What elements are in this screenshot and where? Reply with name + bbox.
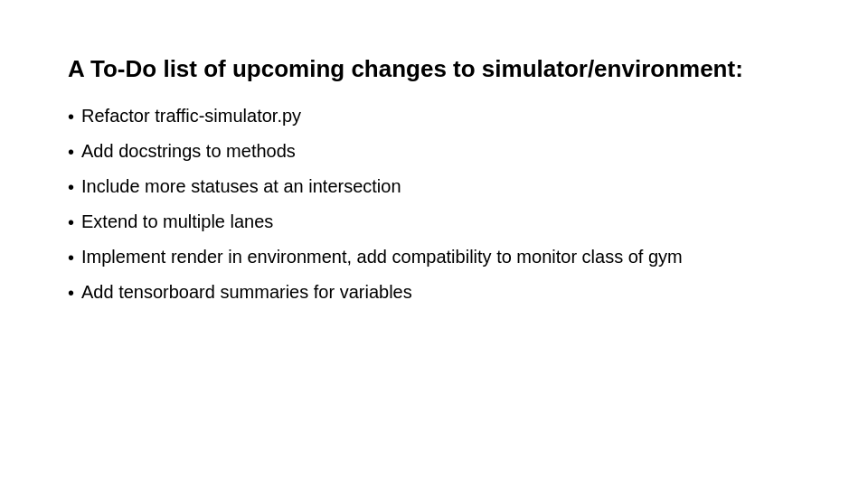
bullet-dot: • [68, 104, 74, 129]
bullet-dot: • [68, 139, 74, 164]
list-item: •Add tensorboard summaries for variables [68, 279, 800, 305]
bullet-dot: • [68, 174, 74, 200]
bullet-dot: • [68, 245, 74, 270]
list-item: •Include more statuses at an intersectio… [68, 174, 800, 200]
list-item: •Implement render in environment, add co… [68, 244, 800, 270]
bullet-list: •Refactor traffic-simulator.py•Add docst… [68, 103, 800, 305]
slide-container: A To-Do list of upcoming changes to simu… [0, 0, 868, 488]
bullet-text: Implement render in environment, add com… [81, 244, 800, 269]
bullet-dot: • [68, 280, 74, 305]
list-item: •Add docstrings to methods [68, 138, 800, 164]
bullet-text: Include more statuses at an intersection [81, 174, 800, 199]
bullet-text: Extend to multiple lanes [81, 209, 800, 234]
bullet-text: Add docstrings to methods [81, 138, 800, 164]
list-item: •Refactor traffic-simulator.py [68, 103, 800, 129]
bullet-dot: • [68, 210, 74, 235]
slide-title: A To-Do list of upcoming changes to simu… [68, 54, 800, 85]
bullet-text: Refactor traffic-simulator.py [81, 103, 800, 128]
bullet-text: Add tensorboard summaries for variables [81, 279, 800, 305]
list-item: •Extend to multiple lanes [68, 209, 800, 235]
